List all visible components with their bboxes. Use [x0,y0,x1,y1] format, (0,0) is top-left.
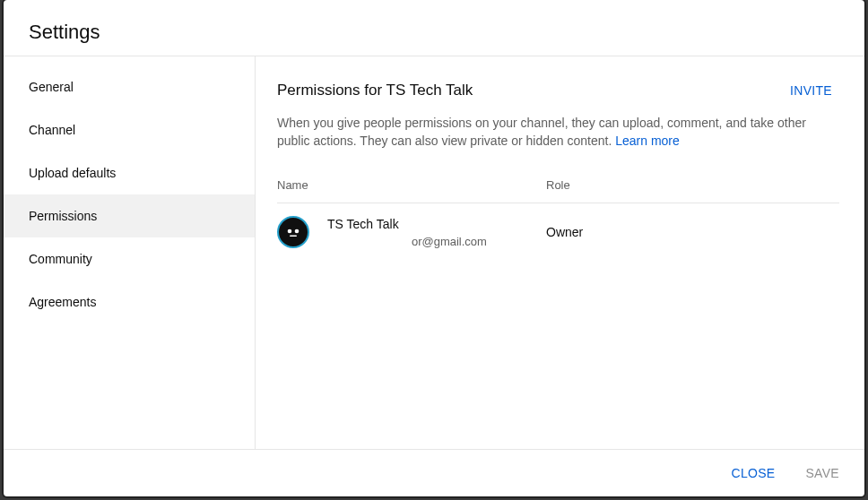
settings-sidebar: General Channel Upload defaults Permissi… [4,56,256,449]
sidebar-item-community[interactable]: Community [4,237,255,280]
svg-rect-2 [290,236,297,237]
modal-title: Settings [29,21,839,44]
user-info: TS Tech Talk or@gmail.com [327,217,546,248]
sidebar-item-channel[interactable]: Channel [4,108,255,151]
table-row: TS Tech Talk or@gmail.com Owner [277,203,839,261]
user-email: or@gmail.com [327,235,546,248]
sidebar-item-permissions[interactable]: Permissions [4,194,255,237]
content-title: Permissions for TS Tech Talk [277,82,473,99]
column-header-name: Name [277,178,546,192]
learn-more-link[interactable]: Learn more [615,134,680,148]
permissions-table: Name Role TS Tech Talk [277,178,839,261]
sidebar-item-upload-defaults[interactable]: Upload defaults [4,151,255,194]
svg-point-0 [288,229,292,234]
invite-button[interactable]: INVITE [783,78,839,103]
modal-header: Settings [4,0,864,56]
sidebar-item-agreements[interactable]: Agreements [4,280,255,323]
user-name: TS Tech Talk [327,217,546,231]
modal-footer: CLOSE SAVE [4,449,864,496]
user-avatar [277,216,309,248]
column-header-role: Role [546,178,839,192]
description-text: When you give people permissions on your… [277,116,806,148]
content-header: Permissions for TS Tech Talk INVITE [277,78,839,103]
save-button[interactable]: SAVE [798,461,846,486]
sidebar-item-general[interactable]: General [4,65,255,108]
content-description: When you give people permissions on your… [277,114,815,150]
modal-body: General Channel Upload defaults Permissi… [4,56,864,449]
settings-modal: Settings General Channel Upload defaults… [4,0,864,496]
svg-point-1 [295,229,299,234]
close-button[interactable]: CLOSE [725,461,783,486]
table-header: Name Role [277,178,839,203]
user-role: Owner [546,225,583,239]
settings-content: Permissions for TS Tech Talk INVITE When… [256,56,864,449]
robot-face-icon [285,227,301,237]
